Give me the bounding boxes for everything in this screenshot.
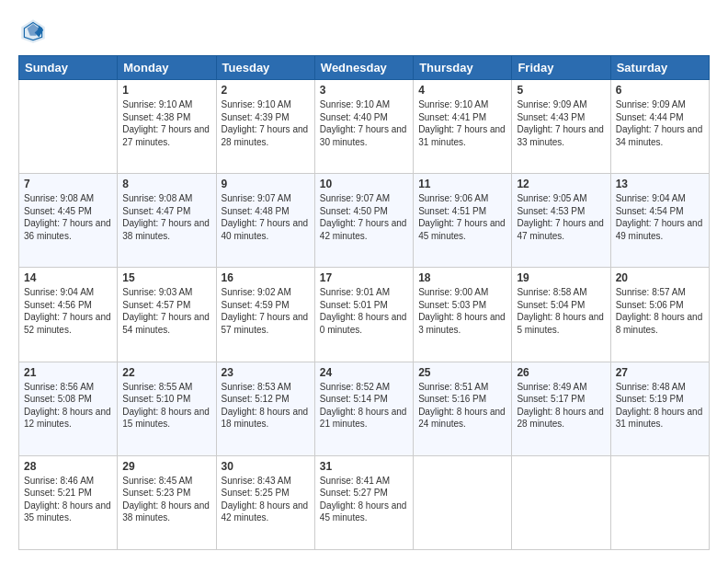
sunrise-text: Sunrise: 9:06 AM (418, 192, 506, 205)
calendar-cell: 8Sunrise: 9:08 AMSunset: 4:47 PMDaylight… (118, 174, 216, 268)
sunrise-text: Sunrise: 9:10 AM (320, 98, 408, 111)
sunrise-text: Sunrise: 9:00 AM (418, 286, 506, 299)
page: SundayMondayTuesdayWednesdayThursdayFrid… (0, 0, 728, 563)
calendar-cell: 5Sunrise: 9:09 AMSunset: 4:43 PMDaylight… (512, 80, 610, 174)
logo (18, 17, 51, 46)
calendar-cell (512, 455, 610, 549)
daylight-text-2: 28 minutes. (222, 136, 310, 149)
daylight-text: Daylight: 8 hours and (616, 311, 704, 324)
sunset-text: Sunset: 5:17 PM (517, 393, 605, 406)
daylight-text: Daylight: 8 hours and (122, 500, 210, 512)
day-header-saturday: Saturday (610, 56, 709, 80)
calendar-week-3: 21Sunrise: 8:56 AMSunset: 5:08 PMDayligh… (19, 362, 710, 455)
day-number: 30 (222, 460, 310, 473)
daylight-text: Daylight: 8 hours and (122, 406, 210, 419)
sunrise-text: Sunrise: 8:51 AM (418, 381, 506, 394)
sunset-text: Sunset: 5:03 PM (418, 299, 506, 312)
sunset-text: Sunset: 4:38 PM (122, 111, 210, 124)
day-number: 9 (222, 178, 310, 190)
calendar-cell (610, 455, 709, 549)
sunrise-text: Sunrise: 9:10 AM (122, 98, 210, 111)
day-header-friday: Friday (512, 56, 610, 80)
daylight-text-2: 3 minutes. (418, 324, 506, 337)
day-number: 1 (122, 84, 210, 97)
day-number: 22 (122, 366, 210, 379)
daylight-text-2: 18 minutes. (222, 418, 310, 431)
calendar-cell: 16Sunrise: 9:02 AMSunset: 4:59 PMDayligh… (216, 268, 314, 362)
day-number: 15 (122, 271, 210, 284)
sunrise-text: Sunrise: 8:52 AM (320, 381, 408, 394)
sunset-text: Sunset: 5:01 PM (320, 299, 408, 312)
calendar-cell: 14Sunrise: 9:04 AMSunset: 4:56 PMDayligh… (19, 268, 118, 362)
sunset-text: Sunset: 4:41 PM (418, 111, 506, 124)
calendar-cell: 11Sunrise: 9:06 AMSunset: 4:51 PMDayligh… (414, 174, 512, 268)
calendar-cell: 26Sunrise: 8:49 AMSunset: 5:17 PMDayligh… (512, 362, 610, 455)
daylight-text-2: 45 minutes. (418, 230, 506, 243)
daylight-text: Daylight: 7 hours and (616, 217, 704, 230)
calendar-cell: 22Sunrise: 8:55 AMSunset: 5:10 PMDayligh… (118, 362, 216, 455)
sunrise-text: Sunrise: 8:43 AM (222, 475, 310, 488)
calendar-week-2: 14Sunrise: 9:04 AMSunset: 4:56 PMDayligh… (19, 268, 710, 362)
day-number: 24 (320, 366, 408, 379)
calendar-cell: 20Sunrise: 8:57 AMSunset: 5:06 PMDayligh… (610, 268, 709, 362)
day-number: 13 (616, 178, 704, 190)
calendar-cell: 30Sunrise: 8:43 AMSunset: 5:25 PMDayligh… (216, 455, 314, 549)
daylight-text-2: 57 minutes. (222, 324, 310, 337)
calendar-header-row: SundayMondayTuesdayWednesdayThursdayFrid… (19, 56, 710, 80)
calendar-cell: 18Sunrise: 9:00 AMSunset: 5:03 PMDayligh… (414, 268, 512, 362)
daylight-text-2: 38 minutes. (122, 511, 210, 524)
daylight-text: Daylight: 7 hours and (24, 217, 112, 230)
daylight-text: Daylight: 7 hours and (517, 123, 605, 136)
day-header-tuesday: Tuesday (216, 56, 314, 80)
sunrise-text: Sunrise: 9:08 AM (122, 192, 210, 205)
day-number: 10 (320, 178, 408, 190)
day-number: 25 (418, 366, 506, 379)
sunrise-text: Sunrise: 8:55 AM (122, 381, 210, 394)
daylight-text: Daylight: 7 hours and (222, 217, 310, 230)
daylight-text: Daylight: 8 hours and (24, 500, 112, 512)
daylight-text: Daylight: 8 hours and (517, 311, 605, 324)
day-number: 11 (418, 178, 506, 190)
daylight-text-2: 5 minutes. (517, 324, 605, 337)
daylight-text-2: 24 minutes. (418, 418, 506, 431)
daylight-text: Daylight: 7 hours and (122, 123, 210, 136)
calendar-cell: 17Sunrise: 9:01 AMSunset: 5:01 PMDayligh… (314, 268, 413, 362)
calendar-cell: 10Sunrise: 9:07 AMSunset: 4:50 PMDayligh… (314, 174, 413, 268)
sunrise-text: Sunrise: 8:49 AM (517, 381, 605, 394)
sunrise-text: Sunrise: 8:41 AM (320, 475, 408, 488)
sunset-text: Sunset: 5:16 PM (418, 393, 506, 406)
daylight-text: Daylight: 8 hours and (616, 406, 704, 419)
daylight-text: Daylight: 8 hours and (320, 500, 408, 512)
day-number: 29 (122, 460, 210, 473)
daylight-text-2: 33 minutes. (517, 136, 605, 149)
daylight-text: Daylight: 8 hours and (418, 406, 506, 419)
sunrise-text: Sunrise: 9:04 AM (616, 192, 704, 205)
day-header-thursday: Thursday (414, 56, 512, 80)
calendar-cell (414, 455, 512, 549)
daylight-text-2: 30 minutes. (320, 136, 408, 149)
sunset-text: Sunset: 4:45 PM (24, 205, 112, 218)
calendar-cell: 12Sunrise: 9:05 AMSunset: 4:53 PMDayligh… (512, 174, 610, 268)
sunrise-text: Sunrise: 9:10 AM (418, 98, 506, 111)
day-number: 2 (222, 84, 310, 97)
sunrise-text: Sunrise: 9:04 AM (24, 286, 112, 299)
daylight-text-2: 34 minutes. (616, 136, 704, 149)
sunset-text: Sunset: 5:08 PM (24, 393, 112, 406)
day-number: 5 (517, 84, 605, 97)
daylight-text: Daylight: 7 hours and (320, 123, 408, 136)
day-number: 3 (320, 84, 408, 97)
sunrise-text: Sunrise: 9:07 AM (222, 192, 310, 205)
daylight-text: Daylight: 7 hours and (418, 123, 506, 136)
daylight-text: Daylight: 7 hours and (616, 123, 704, 136)
calendar-cell (19, 80, 118, 174)
sunrise-text: Sunrise: 9:10 AM (222, 98, 310, 111)
sunrise-text: Sunrise: 8:57 AM (616, 286, 704, 299)
sunset-text: Sunset: 4:57 PM (122, 299, 210, 312)
calendar-cell: 24Sunrise: 8:52 AMSunset: 5:14 PMDayligh… (314, 362, 413, 455)
daylight-text: Daylight: 7 hours and (122, 311, 210, 324)
sunset-text: Sunset: 5:19 PM (616, 393, 704, 406)
sunset-text: Sunset: 5:04 PM (517, 299, 605, 312)
sunrise-text: Sunrise: 9:02 AM (222, 286, 310, 299)
daylight-text: Daylight: 8 hours and (517, 406, 605, 419)
day-header-monday: Monday (118, 56, 216, 80)
